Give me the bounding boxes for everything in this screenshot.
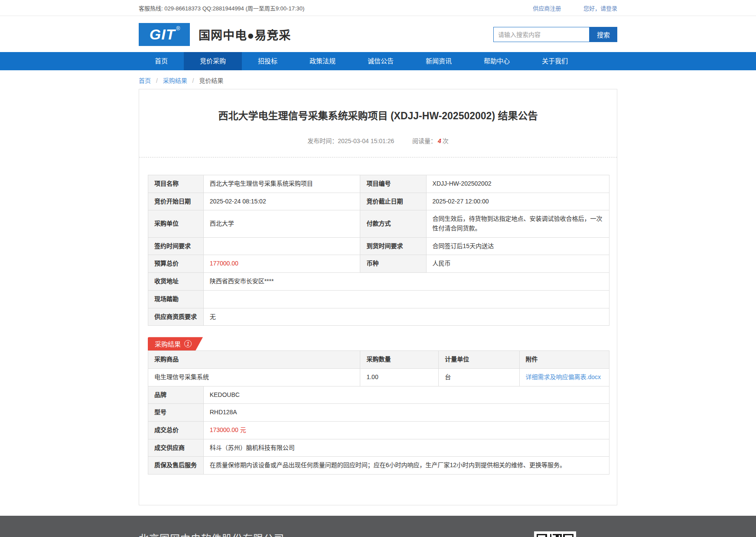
field-label: 采购单位 <box>148 210 204 237</box>
nav-item-tenders[interactable]: 招投标 <box>242 52 293 70</box>
field-label: 品牌 <box>148 386 204 404</box>
field-value: 2025-02-24 08:15:02 <box>203 193 360 210</box>
field-label: 付款方式 <box>360 210 426 237</box>
field-label: 收货地址 <box>148 273 204 291</box>
field-label: 供应商资质要求 <box>148 308 204 326</box>
logo-text: GIT <box>150 23 176 46</box>
field-value <box>203 237 360 255</box>
qr-code[interactable] <box>534 531 576 537</box>
breadcrumb-home[interactable]: 首页 <box>139 77 151 84</box>
field-value: 西北大学 <box>203 210 360 237</box>
field-label: 竞价开始日期 <box>148 193 204 210</box>
breadcrumb-separator: / <box>156 77 158 84</box>
footer-info: 北京国网中电软件股份有限公司 ☎ 电话： 029-86618373/138110… <box>139 530 305 537</box>
table-row: 签约时间要求 到货时间要求 合同签订后15天内送达 <box>148 237 609 255</box>
table-row: 项目名称 西北大学电生理信号采集系统采购项目 项目编号 XDJJ-HW-2025… <box>148 175 609 193</box>
field-label: 成交供应商 <box>148 439 204 457</box>
field-value: 无 <box>203 308 609 326</box>
purchase-result-detail-table: 品牌 KEDOUBC 型号 RHD128A 成交总价 173000.00 元 成… <box>148 386 609 475</box>
product-unit: 台 <box>439 368 519 386</box>
field-label: 质保及售后服务 <box>148 457 204 475</box>
supplier-register-link[interactable]: 供应商注册 <box>533 5 561 12</box>
attachment-link[interactable]: 详细需求及响应偏离表.docx <box>526 373 601 380</box>
result-count-badge: 1 <box>184 340 192 347</box>
site-name: 国网中电●易竞采 <box>199 26 291 43</box>
field-value: 陕西省西安市长安区**** <box>203 273 609 291</box>
breadcrumb: 首页 / 采购结果 / 竞价结果 <box>139 70 617 89</box>
table-row: 电生理信号采集系统 1.00 台 详细需求及响应偏离表.docx <box>148 368 609 386</box>
purchase-result-table: 采购商品 采购数量 计量单位 附件 电生理信号采集系统 1.00 台 详细需求及… <box>148 350 609 386</box>
table-row: 成交总价 173000.00 元 <box>148 421 609 439</box>
breadcrumb-separator: / <box>192 77 194 84</box>
field-value <box>203 290 609 308</box>
table-row: 成交供应商 科斗（苏州）脑机科技有限公司 <box>148 439 609 457</box>
budget-total-value: 177000.00 <box>203 255 360 273</box>
field-label: 到货时间要求 <box>360 237 426 255</box>
article-meta: 发布时间：2025-03-04 15:01:26 阅读量：4次 <box>148 136 608 145</box>
product-quantity: 1.00 <box>360 368 439 386</box>
winning-supplier: 科斗（苏州）脑机科技有限公司 <box>203 439 609 457</box>
purchase-result-section: 采购结果 1 <box>148 337 609 350</box>
table-row: 质保及售后服务 在质量保修期内该设备或产品出现任何质量问题的回应时间；应在6小时… <box>148 457 609 475</box>
purchase-result-tag-label: 采购结果 <box>155 339 181 348</box>
nav-item-help-center[interactable]: 帮助中心 <box>468 52 526 70</box>
field-label: 成交总价 <box>148 421 204 439</box>
column-header: 计量单位 <box>439 351 519 369</box>
field-label: 项目名称 <box>148 175 204 193</box>
nav-item-about-us[interactable]: 关于我们 <box>526 52 584 70</box>
table-row: 供应商资质要求 无 <box>148 308 609 326</box>
nav-item-policies[interactable]: 政策法规 <box>293 52 352 70</box>
search-input[interactable] <box>493 27 590 42</box>
field-label: 型号 <box>148 404 204 422</box>
project-info-table: 项目名称 西北大学电生理信号采集系统采购项目 项目编号 XDJJ-HW-2025… <box>148 175 609 326</box>
nav-item-integrity-notice[interactable]: 诚信公告 <box>352 52 410 70</box>
field-value: XDJJ-HW-202502002 <box>426 175 609 193</box>
footer: 北京国网中电软件股份有限公司 ☎ 电话： 029-86618373/138110… <box>0 516 756 537</box>
field-label: 现场踏勘 <box>148 290 204 308</box>
deal-total-price: 173000.00 元 <box>203 421 609 439</box>
field-label: 签约时间要求 <box>148 237 204 255</box>
warranty-service: 在质量保修期内该设备或产品出现任何质量问题的回应时间；应在6小时内响应，生产厂家… <box>203 457 609 475</box>
views-unit: 次 <box>443 138 449 144</box>
product-name: 电生理信号采集系统 <box>148 368 360 386</box>
views-count: 4 <box>438 138 441 144</box>
views-label: 阅读量： <box>412 138 437 144</box>
field-value: 合同签订后15天内送达 <box>426 237 609 255</box>
login-link[interactable]: 您好，请登录 <box>583 5 617 12</box>
field-value: 2025-02-27 12:00:00 <box>426 193 609 210</box>
column-header: 附件 <box>519 351 609 369</box>
logo-registered-mark: ® <box>176 26 180 32</box>
purchase-result-tag: 采购结果 1 <box>148 337 203 350</box>
announcement-card: 西北大学电生理信号采集系统采购项目 (XDJJ-HW-202502002) 结果… <box>139 89 617 505</box>
field-label: 预算总价 <box>148 255 204 273</box>
table-row: 品牌 KEDOUBC <box>148 386 609 404</box>
nav-item-bidding-purchase[interactable]: 竞价采购 <box>184 52 242 70</box>
nav-item-news[interactable]: 新闻资讯 <box>410 52 468 70</box>
table-row: 采购单位 西北大学 付款方式 合同生效后，待货物到达指定地点、安装调试验收合格后… <box>148 210 609 237</box>
table-row: 现场踏勘 <box>148 290 609 308</box>
table-row: 收货地址 陕西省西安市长安区**** <box>148 273 609 291</box>
table-row: 竞价开始日期 2025-02-24 08:15:02 竞价截止日期 2025-0… <box>148 193 609 210</box>
breadcrumb-current: 竞价结果 <box>199 77 223 84</box>
field-label: 币种 <box>360 255 426 273</box>
model-value: RHD128A <box>203 404 609 422</box>
search-bar: 搜索 <box>493 27 617 42</box>
table-row: 型号 RHD128A <box>148 404 609 422</box>
brand: GIT® 国网中电●易竞采 <box>139 23 291 46</box>
column-header: 采购数量 <box>360 351 439 369</box>
table-row: 预算总价 177000.00 币种 人民币 <box>148 255 609 273</box>
column-header: 采购商品 <box>148 351 360 369</box>
git-logo: GIT® <box>139 23 190 46</box>
hotline-text: 客服热线: 029-86618373 QQ:2881944994 (周一至周五9… <box>139 4 304 12</box>
field-label: 项目编号 <box>360 175 426 193</box>
main-nav: 首页 竞价采购 招投标 政策法规 诚信公告 新闻资讯 帮助中心 关于我们 <box>0 52 756 70</box>
breadcrumb-purchase-results[interactable]: 采购结果 <box>163 77 187 84</box>
nav-item-home[interactable]: 首页 <box>139 52 184 70</box>
publish-time-label: 发布时间： <box>307 138 338 144</box>
qr-block[interactable]: 点击扫描二维码 <box>534 531 576 537</box>
field-value: 西北大学电生理信号采集系统采购项目 <box>203 175 360 193</box>
brand-value: KEDOUBC <box>203 386 609 404</box>
table-header-row: 采购商品 采购数量 计量单位 附件 <box>148 351 609 369</box>
search-button[interactable]: 搜索 <box>590 27 617 42</box>
field-label: 竞价截止日期 <box>360 193 426 210</box>
